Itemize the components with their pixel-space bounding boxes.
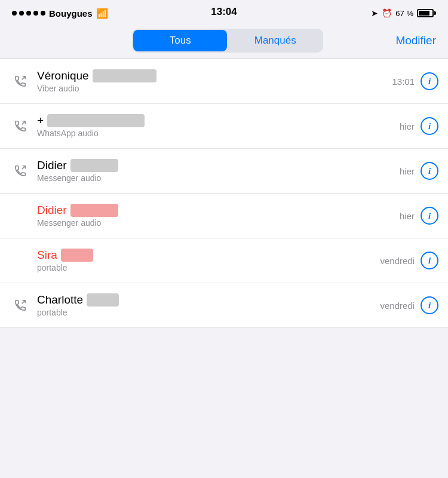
battery-icon (417, 9, 436, 17)
call-info: +██████████ (2)WhatsApp audio (31, 114, 400, 138)
call-first-name: + (37, 114, 44, 127)
call-time-section: vendredii (380, 252, 438, 269)
call-info-button[interactable]: i (421, 252, 438, 269)
call-time: hier (400, 166, 415, 176)
segment-manques[interactable]: Manqués (228, 30, 322, 51)
svg-line-3 (22, 301, 26, 304)
status-bar: Bouygues 📶 13:04 ➤ ⏰ 67 % (0, 0, 448, 24)
call-last-name-blur: ██████ (70, 204, 119, 217)
call-time-section: hieri (400, 207, 438, 225)
call-info: Sira████portable (31, 249, 380, 272)
wifi-icon: 📶 (96, 8, 108, 19)
call-name: Didier██████ (37, 204, 400, 217)
call-type: WhatsApp audio (37, 128, 400, 138)
calls-list: Véronique████████Viber audio13:01i +████… (0, 59, 448, 328)
call-item: Didier██████Messenger audiohieri (0, 149, 448, 194)
call-first-name: Véronique (37, 69, 89, 82)
call-name: +██████████ (2) (37, 114, 400, 127)
call-info: Didier██████Messenger audio (31, 204, 400, 228)
call-info: Didier██████Messenger audio (31, 159, 400, 183)
call-info-button[interactable]: i (421, 72, 438, 90)
call-info: Véronique████████Viber audio (31, 69, 392, 93)
call-last-name-blur: ████ (87, 293, 119, 307)
call-info-button[interactable]: i (421, 296, 438, 314)
battery-percentage: 67 % (395, 9, 413, 18)
call-type: Viber audio (37, 84, 392, 93)
modifier-button[interactable]: Modifier (395, 34, 436, 47)
call-type: portable (37, 263, 380, 272)
call-item: Véronique████████Viber audio13:01i (0, 59, 448, 104)
call-time-section: hieri (400, 117, 438, 135)
call-item: +██████████ (2)WhatsApp audiohieri (0, 104, 448, 149)
segment-control: Tous Manqués (132, 29, 323, 53)
call-time: hier (400, 121, 415, 131)
call-name: Charlotte████ (37, 293, 380, 307)
call-phone-icon (10, 299, 31, 312)
call-last-name-blur: ████ (61, 249, 93, 262)
call-last-name-blur: ██████ (70, 159, 119, 172)
call-time: 13:01 (392, 76, 415, 87)
call-time: vendredi (380, 256, 415, 266)
signal-dots (12, 11, 45, 16)
call-item: Sira████portablevendredii (0, 238, 448, 283)
call-type: portable (37, 308, 380, 317)
call-info-button[interactable]: i (421, 162, 438, 180)
call-last-name-blur: ████████ (93, 69, 157, 82)
call-info-button[interactable]: i (421, 117, 438, 135)
call-phone-icon (10, 120, 31, 133)
call-time: vendredi (380, 301, 415, 311)
call-item: Didier██████Messenger audiohieri (0, 194, 448, 238)
segment-tous[interactable]: Tous (133, 30, 227, 51)
call-phone-icon (10, 164, 31, 177)
call-name: Véronique████████ (37, 69, 392, 82)
call-time-section: vendredii (380, 296, 438, 314)
call-time-section: 13:01i (392, 72, 438, 90)
call-first-name: Didier (37, 159, 67, 172)
call-first-name: Sira (37, 249, 57, 262)
status-right: ➤ ⏰ 67 % (371, 8, 436, 18)
call-type: Messenger audio (37, 173, 400, 183)
location-icon: ➤ (371, 8, 378, 18)
svg-line-2 (22, 166, 26, 170)
header: Tous Manqués Modifier (0, 24, 448, 59)
call-first-name: Didier (37, 204, 67, 217)
call-time-section: hieri (400, 162, 438, 180)
carrier-label: Bouygues (49, 8, 93, 19)
status-time: 13:04 (211, 6, 237, 18)
call-name: Sira████ (37, 249, 380, 262)
status-left: Bouygues 📶 (12, 8, 108, 19)
call-type: Messenger audio (37, 218, 400, 228)
call-item: Charlotte████portablevendredii (0, 283, 448, 328)
call-name: Didier██████ (37, 159, 400, 172)
call-first-name: Charlotte (37, 293, 83, 307)
call-last-name-blur: ██████████ (2) (47, 114, 145, 127)
call-info-button[interactable]: i (421, 207, 438, 225)
call-info: Charlotte████portable (31, 293, 380, 317)
call-time: hier (400, 211, 415, 221)
call-phone-icon (10, 75, 31, 88)
alarm-icon: ⏰ (382, 8, 392, 18)
